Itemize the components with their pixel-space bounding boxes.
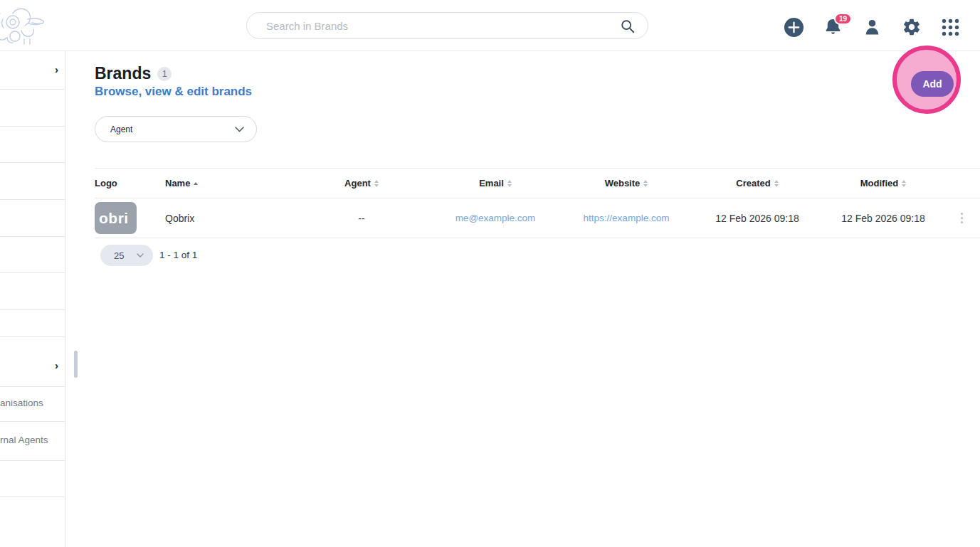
agent-filter-label: Agent bbox=[110, 124, 132, 134]
global-search bbox=[246, 12, 648, 39]
agent-filter-dropdown[interactable]: Agent bbox=[95, 116, 257, 142]
grid-icon bbox=[941, 18, 960, 37]
table-header-row: Logo Name Agent Email Website bbox=[95, 169, 980, 198]
row-actions-menu-icon[interactable] bbox=[958, 210, 966, 226]
notification-count-badge: 19 bbox=[834, 13, 852, 25]
column-header-email[interactable]: Email bbox=[479, 178, 512, 188]
column-header-agent-label: Agent bbox=[344, 178, 371, 188]
pagination-range-text: 1 - 1 of 1 bbox=[159, 250, 197, 260]
scrollbar-thumb[interactable] bbox=[74, 351, 78, 378]
sort-icon bbox=[902, 180, 906, 187]
profile-button[interactable] bbox=[862, 16, 882, 38]
sidebar-divider bbox=[0, 336, 65, 337]
chevron-down-icon bbox=[137, 253, 144, 257]
column-header-website[interactable]: Website bbox=[605, 178, 648, 188]
chevron-down-icon bbox=[235, 127, 244, 132]
column-header-created[interactable]: Created bbox=[736, 178, 778, 188]
page-size-dropdown[interactable]: 25 bbox=[100, 245, 153, 266]
brand-agent-cell: -- bbox=[358, 213, 364, 224]
column-header-website-label: Website bbox=[605, 178, 641, 188]
sort-icon bbox=[774, 180, 779, 187]
brand-email-link[interactable]: me@example.com bbox=[455, 213, 536, 223]
page-title: Brands 1 bbox=[95, 64, 172, 83]
page-size-value: 25 bbox=[114, 250, 124, 261]
table-row[interactable]: obri Qobrix -- me@example.com https://ex… bbox=[95, 198, 980, 238]
search-icon[interactable] bbox=[620, 18, 636, 34]
page-title-text: Brands bbox=[95, 64, 151, 83]
sidebar-divider bbox=[0, 272, 65, 273]
brand-logo-thumbnail[interactable]: obri bbox=[95, 202, 137, 234]
sidebar-divider bbox=[0, 309, 65, 310]
brand-modified-cell: 12 Feb 2026 09:18 bbox=[841, 213, 925, 224]
sidebar-divider bbox=[0, 89, 65, 90]
plus-circle-icon bbox=[784, 17, 804, 38]
add-new-button[interactable] bbox=[784, 16, 804, 38]
column-header-email-label: Email bbox=[479, 178, 504, 188]
brands-page: 19 bbox=[0, 0, 980, 547]
sidebar-expand-chevron-icon[interactable]: › bbox=[55, 63, 58, 75]
user-icon bbox=[863, 17, 882, 37]
sidebar-divider bbox=[0, 421, 65, 422]
gear-icon bbox=[902, 17, 922, 37]
brand-created-cell: 12 Feb 2026 09:18 bbox=[715, 213, 799, 224]
settings-button[interactable] bbox=[901, 16, 922, 38]
column-header-name-label: Name bbox=[165, 178, 190, 188]
column-header-modified-label: Modified bbox=[860, 178, 898, 188]
page-subtitle[interactable]: Browse, view & edit brands bbox=[95, 85, 252, 99]
sidebar-divider bbox=[0, 199, 65, 200]
sidebar-divider bbox=[0, 236, 65, 237]
search-input[interactable] bbox=[247, 20, 648, 32]
topbar-icons: 19 bbox=[784, 14, 961, 40]
table-row-divider bbox=[95, 238, 980, 238]
sidebar-divider bbox=[0, 386, 65, 387]
column-header-created-label: Created bbox=[736, 178, 770, 188]
sidebar-item-organisations[interactable]: anisations bbox=[0, 398, 43, 408]
topbar: 19 bbox=[0, 0, 980, 51]
sidebar-item-external-agents[interactable]: rnal Agents bbox=[0, 435, 48, 445]
sidebar-divider bbox=[0, 460, 65, 461]
sort-icon bbox=[374, 180, 379, 187]
column-header-logo: Logo bbox=[95, 178, 117, 188]
sort-asc-icon bbox=[194, 182, 198, 185]
sort-icon bbox=[507, 180, 512, 187]
notifications-button[interactable]: 19 bbox=[823, 16, 843, 38]
brand-website-link[interactable]: https://example.com bbox=[584, 213, 670, 223]
sort-icon bbox=[643, 180, 648, 187]
add-brand-button[interactable]: Add bbox=[911, 71, 954, 97]
sidebar-divider bbox=[0, 496, 65, 497]
apps-grid-button[interactable] bbox=[940, 16, 961, 38]
sidebar-expand-chevron-icon[interactable]: › bbox=[55, 359, 58, 371]
column-header-name[interactable]: Name bbox=[165, 178, 198, 188]
column-header-agent[interactable]: Agent bbox=[344, 178, 379, 188]
sidebar: › › anisations rnal Agents bbox=[0, 51, 65, 547]
sidebar-divider bbox=[0, 126, 65, 127]
brand-name-cell: Qobrix bbox=[165, 213, 194, 224]
elephant-logo-icon[interactable] bbox=[0, 4, 47, 48]
column-header-modified[interactable]: Modified bbox=[860, 178, 906, 188]
sidebar-divider bbox=[0, 162, 65, 163]
record-count-badge: 1 bbox=[157, 67, 172, 81]
